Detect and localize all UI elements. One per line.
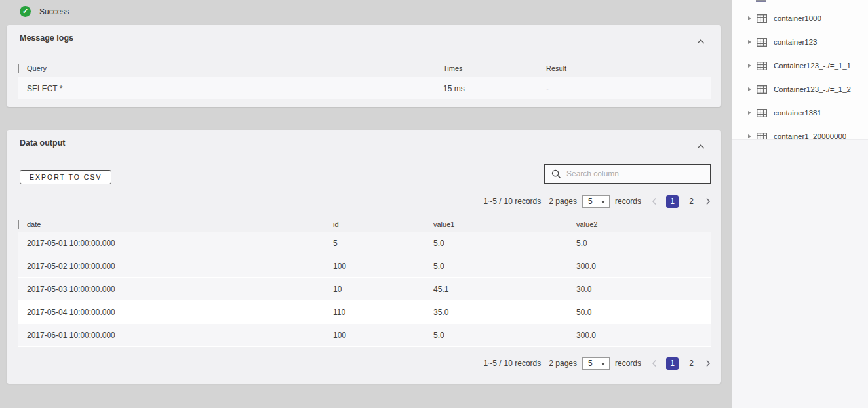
- message-logs-header: Query Times Result: [18, 60, 711, 76]
- expand-arrow-icon[interactable]: [748, 40, 751, 44]
- table-icon: [757, 109, 767, 117]
- query-cell: SELECT *: [27, 84, 62, 93]
- column-header-value1: value1: [425, 216, 568, 232]
- page-2-button[interactable]: 2: [685, 195, 698, 208]
- table-icon: [757, 62, 767, 70]
- column-separator: [18, 64, 19, 73]
- records-label: records: [615, 359, 641, 368]
- data-output-title: Data output: [20, 138, 65, 148]
- next-page-button[interactable]: [705, 359, 711, 367]
- times-cell: 15 ms: [443, 84, 465, 93]
- pagination-top: 1~5 / 10 records 2 pages 5 records 1 2: [484, 195, 711, 208]
- success-check-icon: ✓: [20, 6, 31, 17]
- chevron-left-icon: [652, 197, 657, 205]
- prev-page-button[interactable]: [652, 197, 657, 205]
- status-row: ✓ Success: [20, 6, 69, 17]
- table-icon: [757, 133, 767, 140]
- column-header-date: date: [18, 216, 325, 232]
- chevron-up-icon: [696, 144, 705, 150]
- chevron-right-icon: [705, 359, 711, 367]
- table-row[interactable]: 2017-05-01 10:00:00.000 5 5.0 5.0: [18, 232, 711, 255]
- search-column-input[interactable]: [566, 169, 698, 178]
- page-1-button[interactable]: 1: [666, 195, 679, 208]
- expand-arrow-icon[interactable]: [748, 64, 751, 68]
- tree-item-container1381[interactable]: container1381: [732, 101, 868, 125]
- data-table-header: date id value1 value2: [18, 216, 711, 232]
- column-separator: [325, 220, 325, 229]
- table-row[interactable]: 2017-05-02 10:00:00.000 100 5.0 300.0: [18, 255, 711, 278]
- pagination-bottom: 1~5 / 10 records 2 pages 5 records 1 2: [484, 357, 711, 370]
- message-logs-title: Message logs: [20, 33, 73, 43]
- column-header-id: id: [325, 216, 425, 232]
- tree-item-container123-1-2[interactable]: Container123_-./=_1_2: [732, 77, 868, 101]
- column-separator: [435, 64, 435, 73]
- search-column-box: [544, 164, 711, 184]
- record-range-label: 1~5 /: [484, 359, 502, 368]
- column-separator: [568, 220, 568, 229]
- export-to-csv-button[interactable]: EXPORT TO CSV: [20, 170, 111, 184]
- total-records-link[interactable]: 10 records: [504, 197, 542, 206]
- table-row[interactable]: 2017-06-01 10:00:00.000 100 5.0 300.0: [18, 324, 711, 347]
- column-header-query: Query: [18, 60, 435, 76]
- column-separator: [538, 64, 538, 73]
- result-cell: -: [546, 84, 549, 93]
- prev-page-button[interactable]: [652, 359, 657, 367]
- table-icon: [757, 38, 767, 47]
- container-tree-list: container1000 container123 Container123_…: [732, 0, 868, 140]
- expand-arrow-icon[interactable]: [748, 134, 751, 138]
- pages-count-label: 2 pages: [549, 197, 577, 206]
- message-logs-panel: Message logs Query Times Result SELECT *…: [7, 25, 721, 107]
- page-1-button[interactable]: 1: [666, 357, 679, 370]
- expand-arrow-icon[interactable]: [748, 87, 751, 91]
- data-output-panel: Data output EXPORT TO CSV 1~5 / 10 recor…: [7, 130, 721, 384]
- partial-table-icon: [756, 0, 766, 2]
- next-page-button[interactable]: [705, 197, 711, 205]
- status-label: Success: [39, 7, 69, 16]
- table-row[interactable]: 2017-05-03 10:00:00.000 10 45.1 30.0: [18, 278, 711, 301]
- table-icon: [757, 14, 767, 23]
- chevron-right-icon: [705, 197, 711, 205]
- total-records-link[interactable]: 10 records: [504, 359, 542, 368]
- records-label: records: [615, 197, 641, 206]
- search-icon: [551, 169, 561, 179]
- message-log-row: SELECT * 15 ms -: [18, 77, 711, 99]
- column-header-value2: value2: [568, 216, 711, 232]
- container-tree-sidebar: container1000 container123 Container123_…: [732, 0, 868, 408]
- tree-item-container123-1-1[interactable]: Container123_-./=_1_1: [732, 54, 868, 77]
- pages-count-label: 2 pages: [549, 359, 577, 368]
- column-header-result: Result: [538, 60, 711, 76]
- tree-item-container123[interactable]: container123: [732, 30, 868, 54]
- expand-arrow-icon[interactable]: [748, 111, 751, 115]
- page-size-select[interactable]: 5: [582, 195, 610, 208]
- record-range-label: 1~5 /: [484, 197, 502, 206]
- chevron-up-icon: [696, 39, 705, 45]
- column-separator: [18, 220, 19, 229]
- collapse-message-logs-button[interactable]: [696, 35, 707, 45]
- data-table-body: 2017-05-01 10:00:00.000 5 5.0 5.0 2017-0…: [18, 232, 711, 347]
- table-icon: [757, 85, 767, 94]
- column-separator: [425, 220, 425, 229]
- page-size-select[interactable]: 5: [582, 357, 610, 370]
- column-header-times: Times: [435, 60, 538, 76]
- expand-arrow-icon[interactable]: [748, 16, 751, 20]
- table-row[interactable]: 2017-05-04 10:00:00.000 110 35.0 50.0: [18, 301, 711, 324]
- collapse-data-output-button[interactable]: [696, 140, 707, 150]
- tree-item-container1-20000000[interactable]: container1_20000000: [732, 125, 868, 140]
- page-2-button[interactable]: 2: [685, 357, 698, 370]
- dropdown-arrow-icon: [601, 363, 605, 365]
- dropdown-arrow-icon: [601, 201, 605, 203]
- tree-item-container1000[interactable]: container1000: [732, 7, 868, 30]
- chevron-left-icon: [652, 359, 657, 367]
